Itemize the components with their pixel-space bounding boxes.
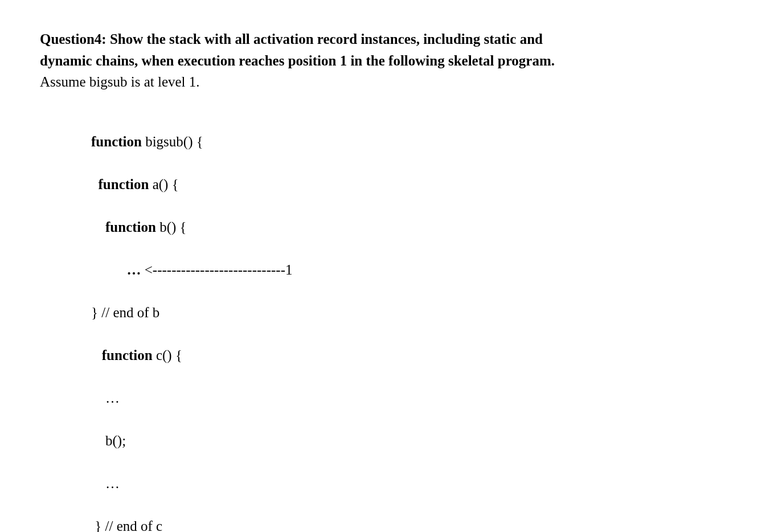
keyword-function: function [105, 219, 156, 235]
code-line-6: function c() { [91, 345, 730, 366]
question-line-1: Question4: Show the stack with all activ… [40, 28, 730, 50]
code-line-10: } // end of c [91, 515, 730, 532]
question-label: Question4: [40, 31, 107, 47]
ellipsis-bold: … [127, 262, 141, 277]
code-line-3: function b() { [91, 216, 730, 238]
keyword-function: function [99, 177, 149, 192]
code-text: … [105, 390, 120, 406]
code-text: b() { [156, 219, 187, 235]
question-assumption: Assume bigsub is at level 1. [40, 71, 730, 93]
code-line-1: function bigsub() { [91, 131, 730, 153]
code-text: … [105, 476, 120, 491]
code-line-4: … <----------------------------1 [91, 259, 730, 281]
code-text: } // end of c [91, 518, 162, 532]
question-text-1: Show the stack with all activation recor… [107, 31, 543, 47]
question-header: Question4: Show the stack with all activ… [40, 28, 730, 93]
code-text: b(); [105, 433, 126, 448]
code-line-8: b(); [91, 430, 730, 452]
code-text: a() { [149, 177, 178, 192]
code-line-7: … [91, 387, 730, 409]
position-marker: <----------------------------1 [141, 262, 293, 277]
keyword-function: function [91, 134, 142, 149]
code-block: function bigsub() { function a() { funct… [91, 110, 730, 533]
keyword-function: function [102, 347, 153, 363]
code-line-2: function a() { [91, 174, 730, 195]
question-text-2: dynamic chains, when execution reaches p… [40, 50, 730, 72]
code-text: bigsub() { [142, 134, 203, 149]
code-line-9: … [91, 473, 730, 494]
code-text: c() { [153, 347, 182, 363]
code-text: } // end of b [91, 305, 159, 320]
code-line-5: } // end of b [91, 302, 730, 324]
